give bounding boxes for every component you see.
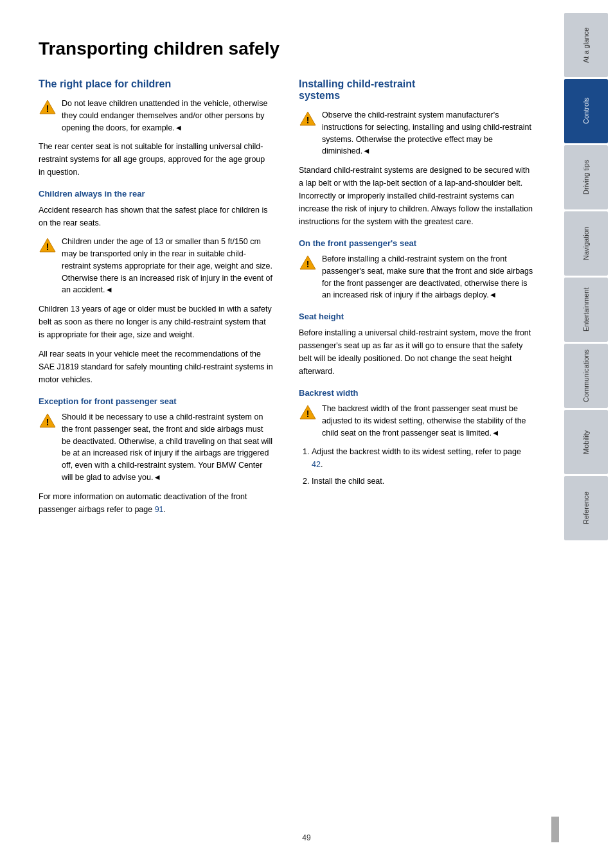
warning-block-6: ! The backrest width of the front passen…: [299, 403, 533, 439]
svg-text:!: !: [46, 103, 49, 114]
warning-icon-3: !: [39, 412, 57, 430]
warning-block-4: ! Observe the child-restraint system man…: [299, 109, 533, 157]
warning-text-2: Children under the age of 13 or smaller …: [62, 236, 273, 296]
right-para-1: Standard child-restraint systems are des…: [299, 164, 533, 228]
sidebar-tab-entertainment[interactable]: Entertainment: [564, 278, 608, 342]
warning-icon-6: !: [299, 403, 317, 421]
left-para-5: For more information on automatic deacti…: [39, 490, 273, 516]
subsection-title-3: On the front passenger's seat: [299, 238, 533, 248]
svg-text:!: !: [306, 115, 310, 125]
sidebar-tab-at-a-glance[interactable]: At a glance: [564, 13, 608, 77]
warning-block-3: ! Should it be necessary to use a child-…: [39, 411, 273, 484]
left-para-2: Accident research has shown that the saf…: [39, 204, 273, 229]
sidebar-tab-navigation[interactable]: Navigation: [564, 211, 608, 276]
subsection-title-5: Backrest width: [299, 388, 533, 398]
page-link-91[interactable]: 91: [155, 505, 164, 514]
warning-block-1: ! Do not leave children unattended in th…: [39, 98, 273, 134]
sidebar-tab-controls[interactable]: Controls: [564, 79, 608, 143]
sidebar-tab-reference[interactable]: Reference: [564, 476, 608, 540]
warning-icon-5: !: [299, 254, 317, 272]
svg-text:!: !: [306, 409, 310, 419]
warning-text-3: Should it be necessary to use a child-re…: [62, 411, 273, 484]
left-column: The right place for children ! Do not le…: [39, 78, 273, 522]
right-section-title: Installing child-restraint systems: [299, 78, 533, 102]
main-content: Transporting children safely The right p…: [0, 0, 559, 868]
warning-text-4: Observe the child-restraint system manuf…: [322, 109, 533, 157]
warning-block-5: ! Before installing a child-restraint sy…: [299, 253, 533, 301]
left-para-1: The rear center seat is not suitable for…: [39, 140, 273, 179]
page-indicator-bar: [551, 817, 559, 842]
right-column: Installing child-restraint systems ! Obs…: [299, 78, 533, 522]
subsection-title-1: Children always in the rear: [39, 189, 273, 199]
warning-text-1: Do not leave children unattended in the …: [62, 98, 273, 134]
svg-text:!: !: [306, 259, 310, 269]
warning-icon-4: !: [299, 110, 317, 128]
page-number: 49: [302, 833, 310, 842]
warning-icon-1: !: [39, 98, 57, 116]
list-item-1: Adjust the backrest width to its widest …: [312, 445, 533, 471]
sidebar-tab-driving-tips[interactable]: Driving tips: [564, 145, 608, 209]
sidebar: At a glance Controls Driving tips Naviga…: [559, 0, 613, 868]
two-column-layout: The right place for children ! Do not le…: [39, 78, 533, 522]
warning-text-6: The backrest width of the front passenge…: [322, 403, 533, 439]
right-para-2: Before installing a universal child-rest…: [299, 326, 533, 378]
sidebar-tab-communications[interactable]: Communications: [564, 344, 608, 408]
sidebar-tab-mobility[interactable]: Mobility: [564, 410, 608, 474]
warning-text-5: Before installing a child-restraint syst…: [322, 253, 533, 301]
subsection-title-4: Seat height: [299, 312, 533, 321]
warning-icon-2: !: [39, 236, 57, 254]
warning-block-2: ! Children under the age of 13 or smalle…: [39, 236, 273, 296]
page-container: Transporting children safely The right p…: [0, 0, 613, 868]
svg-text:!: !: [46, 417, 49, 427]
page-title: Transporting children safely: [39, 39, 533, 59]
left-para-3: Children 13 years of age or older must b…: [39, 303, 273, 341]
subsection-title-2: Exception for front passenger seat: [39, 396, 273, 406]
steps-list: Adjust the backrest width to its widest …: [299, 445, 533, 488]
left-section-title: The right place for children: [39, 78, 273, 90]
list-item-2: Install the child seat.: [312, 475, 533, 488]
page-link-42[interactable]: 42: [312, 460, 321, 469]
svg-text:!: !: [46, 242, 49, 252]
left-para-4: All rear seats in your vehicle meet the …: [39, 348, 273, 386]
